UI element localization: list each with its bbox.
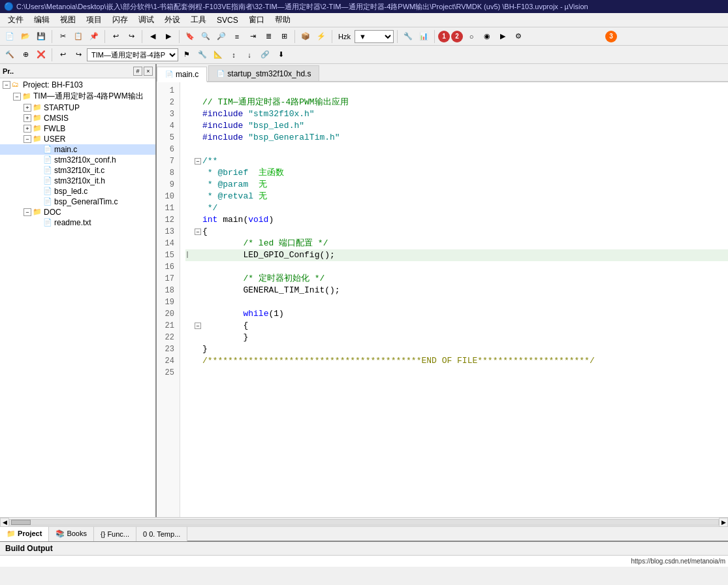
code-text: {	[202, 320, 248, 332]
toolbar-btn-prev[interactable]: ◀	[146, 29, 160, 44]
bottom-tab-Project[interactable]: 📁 Project	[0, 527, 49, 541]
toolbar-btn-run[interactable]: ▶	[496, 29, 510, 44]
menu-item-调试[interactable]: 调试	[133, 13, 159, 27]
bottom-tab-Books[interactable]: 📚 Books	[49, 527, 94, 541]
toolbar-btn-undo[interactable]: ↩	[108, 29, 123, 44]
menu-item-帮助[interactable]: 帮助	[270, 13, 296, 27]
bottom-tab-0__Temp___[interactable]: 0 0. Temp...	[136, 527, 187, 541]
tree-item[interactable]: 📄stm32f10x_it.h	[0, 176, 155, 186]
target-select[interactable]: TIM—通用定时器-4路P	[87, 48, 178, 61]
tb2-btn-dld[interactable]: ⬇	[274, 48, 288, 62]
toolbar-btn-redo[interactable]: ↪	[124, 29, 138, 44]
tree-item[interactable]: 📄stm32f10x_conf.h	[0, 155, 155, 165]
h-scroll-left-btn[interactable]: ◀	[0, 518, 9, 527]
tb2-btn-cfg[interactable]: 🔧	[195, 48, 210, 62]
tree-expander[interactable]: −	[24, 208, 31, 216]
toolbar-btn-box[interactable]: ⊞	[277, 29, 291, 44]
code-content[interactable]: // TIM—通用定时器-4路PWM输出应用#include "stm32f10…	[180, 82, 728, 517]
line-number: 19	[159, 296, 174, 308]
panel-pin-btn[interactable]: #	[133, 67, 142, 76]
menu-item-编辑[interactable]: 编辑	[29, 13, 55, 27]
tb2-btn-build2[interactable]: 📐	[211, 48, 225, 62]
panel-close-btn[interactable]: ×	[144, 67, 153, 76]
toolbar-btn-paste[interactable]: 📌	[87, 29, 101, 44]
toolbar-btn-find[interactable]: 🔍	[198, 29, 213, 44]
toolbar-btn-format[interactable]: ≣	[261, 29, 276, 44]
toolbar-btn-config[interactable]: 🔧	[401, 29, 415, 44]
tb2-btn-undo2[interactable]: ↩	[55, 48, 70, 62]
tree-expander[interactable]: −	[24, 135, 31, 143]
tb2-btn-make[interactable]: 🔨	[3, 48, 17, 62]
toolbar-btn-bm1[interactable]: 🔖	[183, 29, 197, 44]
tree-item[interactable]: −📁USER	[0, 134, 155, 144]
toolbar-btn-cut[interactable]: ✂	[55, 29, 70, 44]
code-container: 1234567891011121314151617181920212223242…	[157, 82, 728, 517]
badge-3[interactable]: 3	[605, 31, 617, 42]
tb2-btn-redo2[interactable]: ↪	[71, 48, 86, 62]
tab-startup_stm32f10x_hd_s[interactable]: 📄startup_stm32f10x_hd.s	[208, 65, 319, 81]
badge-2[interactable]: 2	[451, 31, 463, 42]
tree-item[interactable]: +📁FWLB	[0, 123, 155, 134]
menu-item-文件[interactable]: 文件	[3, 13, 29, 27]
fold-marker[interactable]: −	[195, 158, 201, 165]
tree-item[interactable]: −📁TIM—通用定时器-4路PWM输出	[0, 90, 155, 103]
tree-item[interactable]: −📁DOC	[0, 207, 155, 217]
h-scroll-track[interactable]	[9, 519, 719, 526]
menu-item-窗口[interactable]: 窗口	[244, 13, 270, 27]
tb2-btn-flag[interactable]: ⚑	[180, 48, 194, 62]
toolbar-btn-replace[interactable]: 🔎	[214, 29, 229, 44]
badge-1[interactable]: 1	[438, 31, 450, 42]
tree-item[interactable]: +📁STARTUP	[0, 103, 155, 113]
tree-item[interactable]: 📄bsp_led.c	[0, 186, 155, 197]
tb2-btn-inc[interactable]: ↕	[227, 48, 241, 62]
toolbar-btn-save[interactable]: 💾	[34, 29, 48, 44]
toolbar-btn-reset[interactable]: ◉	[480, 29, 494, 44]
menu-item-视图[interactable]: 视图	[55, 13, 81, 27]
tree-item-label: stm32f10x_it.h	[54, 176, 105, 185]
menu-item-外设[interactable]: 外设	[159, 13, 185, 27]
h-scroll-right-btn[interactable]: ▶	[719, 518, 728, 527]
menu-item-SVCS[interactable]: SVCS	[212, 14, 244, 26]
toolbar-btn-dedent[interactable]: ⇥	[245, 29, 260, 44]
tb2-btn-link[interactable]: 🔗	[258, 48, 272, 62]
menu-item-工具[interactable]: 工具	[185, 13, 212, 27]
toolbar-btn-indent[interactable]: ≡	[230, 29, 244, 44]
tree-item[interactable]: 📄bsp_GeneralTim.c	[0, 197, 155, 207]
tree-item[interactable]: +📁CMSIS	[0, 113, 155, 123]
tree-item[interactable]: 📄readme.txt	[0, 217, 155, 228]
tb2-btn-dec[interactable]: ↓	[242, 48, 257, 62]
tab-main_c[interactable]: 📄main.c	[157, 67, 207, 82]
toolbar-row-1: 📄📂💾✂📋📌↩↪◀▶🔖🔍🔎≡⇥≣⊞📦⚡Hzk ▼🔧📊12○◉▶⚙3	[0, 27, 728, 46]
toolbar-separator	[332, 30, 332, 43]
tree-expander-root[interactable]: −	[3, 81, 10, 89]
target-dropdown[interactable]: ▼	[355, 30, 394, 43]
toolbar-btn-next[interactable]: ▶	[161, 29, 176, 44]
toolbar-btn-perf[interactable]: 📊	[417, 29, 431, 44]
tree-item[interactable]: 📄stm32f10x_it.c	[0, 165, 155, 176]
toolbar-btn-load[interactable]: ⚡	[314, 29, 328, 44]
toolbar-btn-settings[interactable]: ⚙	[511, 29, 526, 44]
tb2-btn-insert[interactable]: ⊕	[18, 48, 33, 62]
fold-marker[interactable]: −	[195, 229, 201, 235]
toolbar-btn-build[interactable]: 📦	[298, 29, 313, 44]
bottom-tab-Func___[interactable]: {} Func...	[94, 527, 136, 541]
toolbar-btn-new[interactable]: 📄	[3, 29, 17, 44]
menu-item-项目[interactable]: 项目	[81, 13, 107, 27]
tree-expander[interactable]: −	[13, 93, 21, 101]
code-line: /* led 端口配置 */	[185, 238, 728, 249]
editor-area[interactable]: 1234567891011121314151617181920212223242…	[157, 82, 728, 517]
tree-expander[interactable]: +	[24, 125, 31, 133]
folder-icon: 📁	[33, 124, 42, 133]
tree-item[interactable]: −🗂Project: BH-F103	[0, 80, 155, 90]
tree-item[interactable]: 📄main.c	[0, 144, 155, 155]
tree-expander[interactable]: +	[24, 114, 31, 122]
tb2-btn-clear[interactable]: ❌	[34, 48, 48, 62]
toolbar-btn-open[interactable]: 📂	[18, 29, 33, 44]
tree-expander[interactable]: +	[24, 104, 31, 112]
fold-marker[interactable]: −	[195, 323, 201, 329]
toolbar-btn-copy[interactable]: 📋	[71, 29, 86, 44]
build-output-label: Build Output	[5, 544, 53, 553]
menu-item-闪存[interactable]: 闪存	[107, 13, 133, 27]
h-scroll-thumb[interactable]	[11, 520, 31, 525]
toolbar-btn-stop[interactable]: ○	[464, 29, 479, 44]
